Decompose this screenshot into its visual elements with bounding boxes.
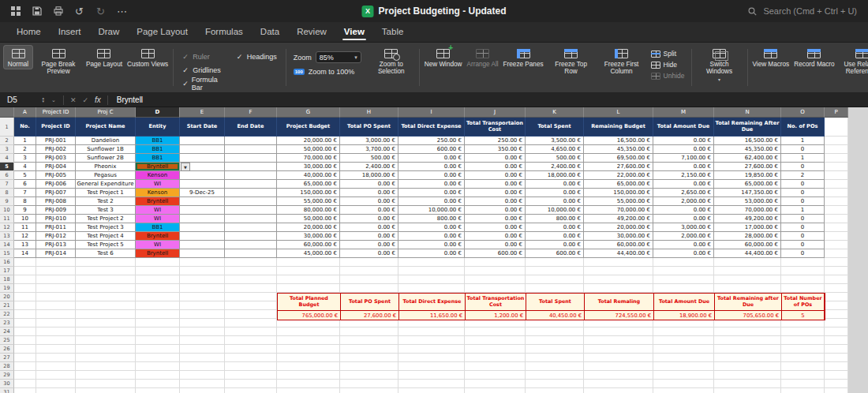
cell-C12[interactable]: Test Project 3 <box>76 223 136 232</box>
cell-M8[interactable]: 2,650.00 € <box>653 189 714 197</box>
cell-H26[interactable] <box>340 345 398 354</box>
cell-A11[interactable]: 10 <box>14 215 36 223</box>
cell-I8[interactable]: 0.00 € <box>398 189 465 197</box>
freeze-top-row-button[interactable]: Freeze Top Row <box>546 45 597 77</box>
cell-B24[interactable] <box>36 328 76 336</box>
normal-button[interactable]: Normal <box>3 45 33 69</box>
cell-E7[interactable] <box>180 180 225 189</box>
cell-E12[interactable] <box>180 223 225 232</box>
cell-O30[interactable] <box>781 380 825 388</box>
cell-L6[interactable]: 22,000.00 € <box>584 171 653 180</box>
cell-F30[interactable] <box>225 380 277 388</box>
cell-B13[interactable]: PRJ-012 <box>36 232 76 241</box>
cell-J9[interactable]: 0.00 € <box>465 197 526 206</box>
cell-L19[interactable] <box>584 284 653 293</box>
cell-N26[interactable] <box>714 345 781 354</box>
cell-L10[interactable]: 70,000.00 € <box>584 206 653 215</box>
cell-B30[interactable] <box>36 380 76 388</box>
cell-A7[interactable]: 6 <box>14 180 36 189</box>
split-button[interactable]: Split <box>651 50 685 58</box>
row-header-27[interactable]: 27 <box>0 354 14 362</box>
cell-H17[interactable] <box>340 267 398 275</box>
formula-bar-value[interactable]: Bryntell <box>111 95 143 104</box>
cell-D4[interactable]: BB1 <box>136 154 180 163</box>
cell-C18[interactable] <box>76 275 136 284</box>
cell-E31[interactable] <box>180 388 225 393</box>
cell-G11[interactable]: 50,000.00 € <box>277 215 340 223</box>
cell-N7[interactable]: 65,000.00 € <box>714 180 781 189</box>
cell-K30[interactable] <box>526 380 584 388</box>
cell-A31[interactable] <box>14 388 36 393</box>
cell-F31[interactable] <box>225 388 277 393</box>
cell-M6[interactable]: 2,150.00 € <box>653 171 714 180</box>
cell-A25[interactable] <box>14 336 36 345</box>
cell-N28[interactable] <box>714 362 781 371</box>
cell-J17[interactable] <box>465 267 526 275</box>
cell-A26[interactable] <box>14 345 36 354</box>
summary-value-5[interactable]: 724,550.00 € <box>585 311 654 320</box>
cell-O29[interactable] <box>781 371 825 380</box>
cell-K12[interactable]: 0.00 € <box>526 223 584 232</box>
cell-J5[interactable]: 0.00 € <box>465 163 526 171</box>
cell-N15[interactable]: 44,400.00 € <box>714 249 781 258</box>
cell-B27[interactable] <box>36 354 76 362</box>
cell-J13[interactable]: 0.00 € <box>465 232 526 241</box>
cell-B28[interactable] <box>36 362 76 371</box>
cell-C9[interactable]: Test 2 <box>76 197 136 206</box>
cell-H30[interactable] <box>340 380 398 388</box>
cell-E13[interactable] <box>180 232 225 241</box>
cell-P6[interactable] <box>825 171 848 180</box>
cell-J15[interactable]: 600.00 € <box>465 249 526 258</box>
column-header-G[interactable]: G <box>277 107 340 118</box>
cell-K2[interactable]: 3,500.00 € <box>526 137 584 145</box>
redo-icon[interactable]: ↻ <box>95 6 107 17</box>
summary-value-0[interactable]: 765,000.00 € <box>278 311 341 320</box>
cell-N31[interactable] <box>714 388 781 393</box>
cell-G2[interactable]: 20,000.00 € <box>277 137 340 145</box>
cell-D19[interactable] <box>136 284 180 293</box>
cell-G28[interactable] <box>277 362 340 371</box>
cell-E9[interactable] <box>180 197 225 206</box>
cell-M19[interactable] <box>653 284 714 293</box>
cell-K28[interactable] <box>526 362 584 371</box>
row-header-25[interactable]: 25 <box>0 336 14 345</box>
cell-C25[interactable] <box>76 336 136 345</box>
cell-I18[interactable] <box>398 275 465 284</box>
cell-H15[interactable]: 0.00 € <box>340 249 398 258</box>
cell-O14[interactable]: 0 <box>781 241 825 249</box>
column-header-E[interactable]: E <box>180 107 225 118</box>
cell-J31[interactable] <box>465 388 526 393</box>
cell-L27[interactable] <box>584 354 653 362</box>
hide-button[interactable]: Hide <box>651 61 685 69</box>
cell-K25[interactable] <box>526 336 584 345</box>
cell-J29[interactable] <box>465 371 526 380</box>
cell-B19[interactable] <box>36 284 76 293</box>
cell-J4[interactable]: 0.00 € <box>465 154 526 163</box>
cell-C30[interactable] <box>76 380 136 388</box>
cell-J19[interactable] <box>465 284 526 293</box>
cell-A18[interactable] <box>14 275 36 284</box>
cell-G12[interactable]: 20,000.00 € <box>277 223 340 232</box>
cell-D28[interactable] <box>136 362 180 371</box>
cell-G31[interactable] <box>277 388 340 393</box>
cell-P14[interactable] <box>825 241 848 249</box>
cell-J24[interactable] <box>465 328 526 336</box>
cell-C19[interactable] <box>76 284 136 293</box>
cell-M2[interactable]: 0.00 € <box>653 137 714 145</box>
cell-H27[interactable] <box>340 354 398 362</box>
cell-L16[interactable] <box>584 258 653 267</box>
cell-F5[interactable] <box>225 163 277 171</box>
cell-E29[interactable] <box>180 371 225 380</box>
cell-F15[interactable] <box>225 249 277 258</box>
row-header-14[interactable]: 14 <box>0 241 14 249</box>
cell-H10[interactable]: 0.00 € <box>340 206 398 215</box>
use-relative-references-button[interactable]: Use Relative References <box>837 45 868 77</box>
cell-B31[interactable] <box>36 388 76 393</box>
cell-H13[interactable]: 0.00 € <box>340 232 398 241</box>
custom-views-button[interactable]: Custom Views <box>125 45 170 69</box>
cell-I9[interactable]: 0.00 € <box>398 197 465 206</box>
cell-F9[interactable] <box>225 197 277 206</box>
cell-N24[interactable] <box>714 328 781 336</box>
cell-I25[interactable] <box>398 336 465 345</box>
cell-H14[interactable]: 0.00 € <box>340 241 398 249</box>
